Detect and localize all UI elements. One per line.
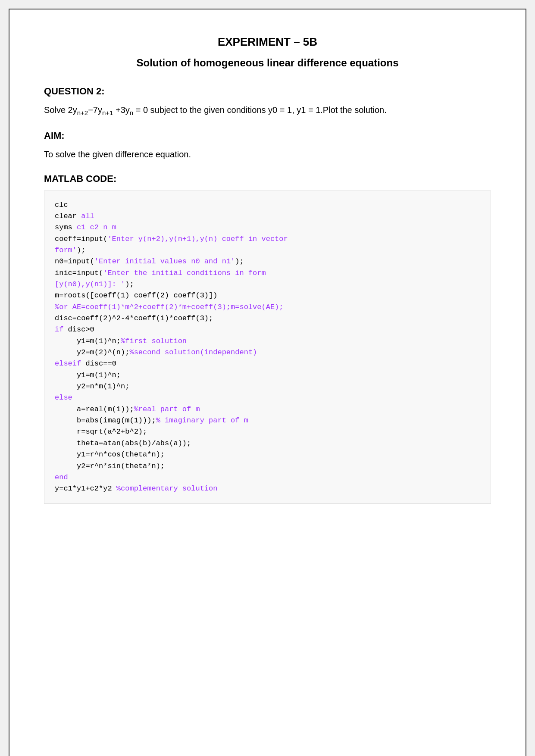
matlab-code: clc clear all syms c1 c2 n m coeff=input… [44,191,491,504]
code-line-clc: clc clear all syms c1 c2 n m coeff=input… [55,201,288,493]
page: EXPERIMENT – 5B Solution of homogeneous … [9,9,526,756]
experiment-title: EXPERIMENT – 5B [44,35,491,49]
aim-heading: AIM: [44,130,491,141]
code-heading: MATLAB CODE: [44,173,491,184]
experiment-subtitle: Solution of homogeneous linear differenc… [44,56,491,70]
question-heading: QUESTION 2: [44,86,491,97]
question-text: Solve 2yn+2−7yn+1 +3yn = 0 subject to th… [44,103,491,118]
aim-text: To solve the given difference equation. [44,147,491,161]
